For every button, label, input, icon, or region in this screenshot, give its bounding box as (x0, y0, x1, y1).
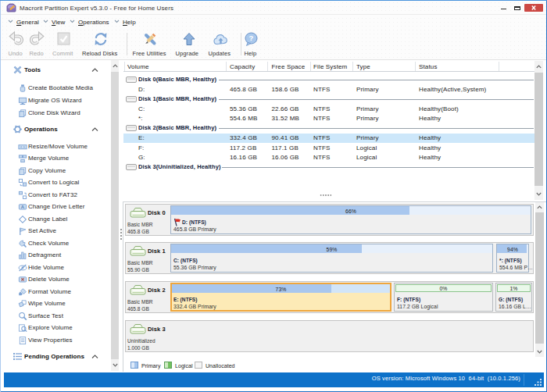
svg-text:A: A (21, 205, 25, 209)
svg-text:?: ? (249, 34, 254, 42)
